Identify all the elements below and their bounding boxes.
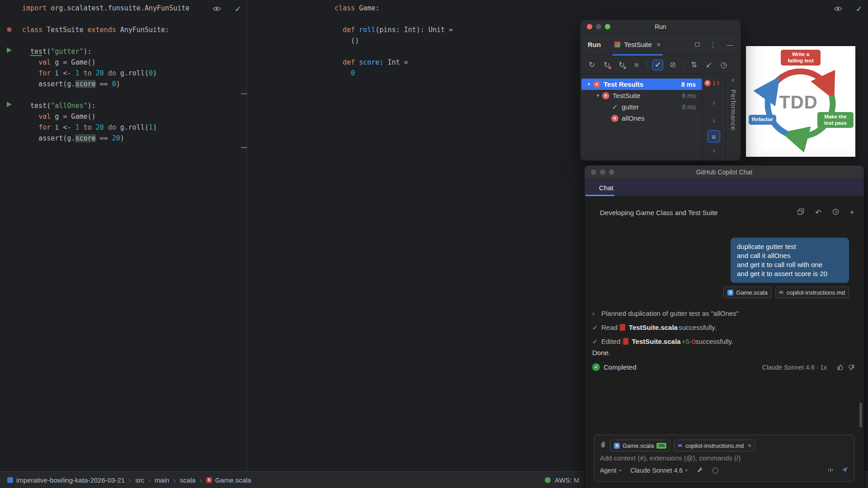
minimize-window-icon[interactable] [596,24,601,29]
chevron-down-icon[interactable]: ▾ [585,81,593,87]
history-icon[interactable] [832,208,839,217]
toolbar-separator [647,61,647,69]
code-line: for i <- 1 to 20 do g.roll(1) [22,122,189,133]
agent-step[interactable]: ›Planned duplication of gutter test as "… [592,306,846,320]
chat-input[interactable]: Add context (#), extensions (@), command… [600,454,849,462]
user-message-line: and get it to call roll with one [737,260,843,269]
test-tree-row[interactable]: ✓gutter8 ms [581,101,703,113]
context-chip[interactable]: SGame.scalaON [610,440,670,451]
scala-file-icon: S [614,443,620,449]
auto-rerun-icon[interactable]: ↻ [616,60,627,70]
run-test-gutter-icon[interactable] [7,102,12,107]
test-passed-icon: ✓ [611,103,618,111]
close-window-icon[interactable] [587,24,592,29]
code-line: test("allOnes"): [22,100,189,111]
breadcrumb-item[interactable]: SGame.scala [206,476,251,484]
plugin-status-icon[interactable] [545,477,551,483]
minimize-window-icon[interactable] [600,169,605,175]
new-chat-icon[interactable]: + [850,208,854,216]
hide-window-icon[interactable]: — [726,41,733,48]
send-icon[interactable] [841,466,849,475]
performance-tab-label[interactable]: Performance [730,89,737,131]
zoom-window-icon[interactable] [609,169,614,175]
editor-split-divider[interactable] [246,0,247,471]
attach-context-icon[interactable] [600,441,606,450]
stop-icon[interactable]: ■ [631,60,642,70]
tdd-center-label: TDD [746,92,851,113]
rules-icon[interactable] [712,468,718,474]
code-line: val g = Game() [22,57,189,68]
editor-pane-testsuite[interactable]: import org.scalatest.funsuite.AnyFunSuit… [0,0,246,471]
rerun-icon[interactable]: ↻ [586,60,597,70]
previous-failed-test-icon[interactable]: ↑ [702,99,726,107]
expand-panel-icon[interactable]: › [702,146,726,154]
code-line: class TestSuite extends AnyFunSuite: [22,24,189,35]
tools-icon[interactable] [697,466,703,474]
thumbs-down-icon[interactable] [848,364,855,371]
collections-icon[interactable] [797,208,804,217]
md-file-icon: M↓ [779,290,784,295]
show-passed-icon[interactable]: ✓ [652,60,663,70]
performance-side-tab[interactable]: ‹ Performance [725,74,741,160]
step-text: -0 [689,338,695,345]
zoom-window-icon[interactable] [605,24,610,29]
test-nav-strip: ✕ 1 t ↑ ↓ ≡ › [702,74,725,160]
remove-chip-icon[interactable]: ✕ [747,443,751,449]
code-vision-eye-icon[interactable] [212,5,221,14]
file-name-link[interactable]: TestSuite.scala [629,324,678,331]
thumbs-up-icon[interactable] [837,364,844,371]
code-line: 0 [335,68,453,79]
filter-tests-icon[interactable]: ≡ [708,130,720,143]
show-ignored-icon[interactable]: ⊘ [667,60,678,70]
aws-status-widget[interactable]: AWS: M [555,476,579,484]
rerun-failed-icon[interactable]: ↻ [601,60,612,70]
close-window-icon[interactable] [591,169,596,175]
test-failed-icon: ✕ [602,92,609,99]
breadcrumb-item[interactable]: src [135,476,144,484]
run-test-gutter-icon[interactable] [7,47,12,53]
step-text: Planned duplication of gutter test as "a… [601,310,739,317]
next-failed-test-icon[interactable]: ↓ [702,116,726,123]
chevron-down-icon[interactable]: ▾ [594,93,602,99]
copilot-titlebar[interactable]: GitHub Copilot Chat [585,165,864,179]
inspections-ok-icon[interactable]: ✓ [856,5,862,14]
context-chip[interactable]: SGame.scala [723,286,771,298]
test-tree-row[interactable]: ▾✕Test Results8 ms [581,79,703,90]
tab-testsuite[interactable]: TestSuite ✕ [610,33,665,56]
context-chip[interactable]: M↓copilot-instructions.md✕ [674,440,756,451]
float-window-icon[interactable] [695,42,700,47]
expand-all-icon[interactable]: ↙ [703,60,714,70]
model-selector[interactable]: Claude Sonnet 4.6 [630,467,683,474]
more-options-icon[interactable]: ⋮ [710,41,717,49]
chat-composer[interactable]: SGame.scalaONM↓copilot-instructions.md✕ … [594,435,854,482]
collapse-icon[interactable]: ‹ [726,74,741,86]
code-line [22,14,189,24]
test-tree-row[interactable]: ✕allOnes [581,113,703,124]
breadcrumb-item[interactable]: scala [180,476,196,484]
run-window-titlebar[interactable]: Run [580,20,741,33]
agent-steps: ›Planned duplication of gutter test as "… [592,306,846,348]
inspections-ok-icon[interactable]: ✓ [235,5,241,14]
close-tab-icon[interactable]: ✕ [656,42,661,48]
breadcrumb-item[interactable]: imperative-bowling-kata-2026-03-21 [7,476,125,484]
context-chip[interactable]: M↓copilot-instructions.md [775,286,849,298]
run-class-gutter-icon[interactable] [7,27,12,32]
mode-selector[interactable]: Agent [600,467,617,474]
code-line [22,35,189,46]
tab-chat[interactable]: Chat [599,184,613,192]
file-name-link[interactable]: TestSuite.scala [632,338,681,345]
voice-input-icon[interactable] [827,467,834,474]
completed-label: Completed [604,363,637,371]
scrollbar-thumb[interactable] [859,403,862,427]
sort-alphabetically-icon[interactable]: ⇅ [689,60,699,70]
scala-file-icon: S [206,477,212,483]
user-message-line: and call it allOnes [737,251,843,260]
test-history-icon[interactable]: ◷ [718,60,729,70]
code-line [22,89,189,100]
code-vision-eye-icon[interactable] [834,5,842,14]
undo-icon[interactable]: ↶ [815,208,821,217]
window-title: GitHub Copilot Chat [585,169,864,176]
test-tree-row[interactable]: ▾✕TestSuite8 ms [581,90,703,101]
code-line [335,14,453,24]
breadcrumb-item[interactable]: main [155,476,170,484]
